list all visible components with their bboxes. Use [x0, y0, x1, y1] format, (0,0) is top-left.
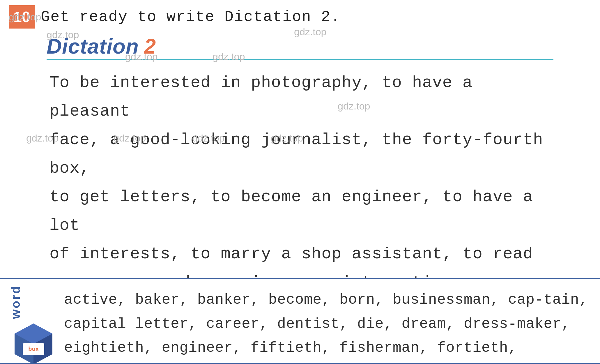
watermark-6: gdz.top: [114, 132, 146, 144]
watermark-5: gdz.top: [26, 132, 59, 144]
watermark-2: gdz.top: [294, 26, 327, 38]
header-watermark: gdz.top: [9, 11, 41, 23]
watermark-8: gdz.top: [271, 132, 303, 144]
dictation-line-3: to get letters, to become an engineer, t…: [49, 183, 551, 240]
dictation-line-1: To be interested in photography, to have…: [49, 68, 551, 126]
watermark-3: gdz.top: [125, 51, 158, 62]
svg-text:box: box: [28, 346, 39, 352]
header-instruction: Get ready to write Dictation 2.: [41, 8, 340, 26]
word-box-left: word box: [0, 279, 55, 363]
watermark-9: gdz.top: [338, 100, 370, 112]
word-box-section: word box active, baker, banker, become, …: [0, 278, 600, 364]
watermark-7: gdz.top: [192, 132, 225, 144]
dictation-title-row: Dictation 2: [47, 34, 553, 58]
dictation-line-4: of interests, to marry a shop assistant,…: [49, 240, 551, 268]
dictation-underline: [47, 59, 553, 60]
watermark-4: gdz.top: [213, 51, 245, 62]
word-vertical-label: word: [9, 285, 23, 319]
box-icon: box: [12, 319, 55, 363]
watermark-1: gdz.top: [47, 29, 79, 40]
word-box-content: active, baker, banker, become, born, bus…: [55, 279, 600, 363]
